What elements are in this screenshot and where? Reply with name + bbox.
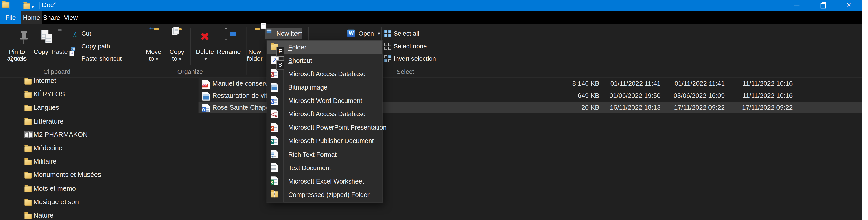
sidebar-item-label: Mots et memo xyxy=(33,182,76,195)
keytip-badge: F xyxy=(276,46,284,57)
menu-item[interactable]: Microsoft PowerPoint Presentation xyxy=(267,121,382,134)
organize-group-label: Organize xyxy=(162,69,218,76)
file-date-3: 17/11/2022 09:22 xyxy=(737,102,793,113)
menu-item-icon xyxy=(271,109,278,118)
window-folder-icon[interactable] xyxy=(2,2,9,8)
new-folder-button[interactable]: New folder xyxy=(244,25,266,76)
sidebar-item[interactable]: Internet xyxy=(0,78,195,87)
file-name-cell: Manuel de conserv xyxy=(198,78,268,90)
invert-selection-button[interactable]: Invert selection xyxy=(384,53,434,64)
sidebar-item[interactable]: Littérature xyxy=(0,114,195,128)
navigation-pane[interactable]: Internet KÉRYLOS Langues Littérature M2 … xyxy=(0,78,195,220)
sidebar-item-icon xyxy=(25,186,32,192)
copy-path-icon xyxy=(71,42,79,50)
file-type-icon xyxy=(203,92,210,101)
properties-button[interactable] xyxy=(330,27,340,40)
menu-item[interactable]: Microsoft Word Document xyxy=(267,94,382,107)
sidebar-item-icon xyxy=(25,79,32,84)
sidebar-item-icon xyxy=(25,213,32,219)
ribbon-tabs: FileHomeShareView xyxy=(0,11,862,24)
select-none-button[interactable]: Select none xyxy=(384,40,434,51)
file-date-2: 03/06/2022 16:09 xyxy=(669,90,725,102)
file-date-1: 01/06/2022 19:50 xyxy=(605,90,660,102)
sidebar-item-label: Monuments et Musées xyxy=(33,168,101,182)
new-item-dropdown-menu: F Folder S Shortcut Microsoft Access Dat… xyxy=(266,40,382,203)
qat-customize-chevron-icon[interactable]: ▾ xyxy=(32,5,34,9)
file-size: 649 KB xyxy=(549,90,599,102)
file-type-icon xyxy=(203,104,210,113)
menu-item[interactable]: Text Document xyxy=(267,161,382,175)
ribbon-tab[interactable]: View xyxy=(61,11,80,24)
open-button[interactable]: Open ▾ xyxy=(346,28,379,39)
cut-button[interactable]: Cut xyxy=(71,28,132,39)
explorer-window: ▾ Doc° ✕ FileHomeShareView ? Pin to Quic… xyxy=(0,0,862,220)
sidebar-item[interactable]: Mots et memo xyxy=(0,182,195,195)
menu-item-icon xyxy=(271,150,278,159)
sidebar-item[interactable]: Musique et son xyxy=(0,195,195,209)
move-to-button[interactable]: ← Move to xyxy=(142,25,165,76)
invert-selection-icon xyxy=(384,54,392,63)
file-name: Rose Sainte Chapel xyxy=(213,102,268,113)
copy-path-button[interactable]: Copy path xyxy=(71,40,132,51)
sidebar-item[interactable]: KÉRYLOS xyxy=(0,87,195,101)
rename-button[interactable]: Rename xyxy=(217,25,240,76)
menu-item[interactable]: Microsoft Access Database xyxy=(267,107,382,121)
select-all-icon xyxy=(384,30,392,37)
sidebar-item-label: KÉRYLOS xyxy=(33,87,65,101)
ribbon-tab[interactable]: File xyxy=(0,11,21,24)
menu-item-label: Microsoft PowerPoint Presentation xyxy=(288,121,386,134)
menu-item-icon xyxy=(271,69,278,78)
select-all-button[interactable]: Select all xyxy=(384,28,434,39)
ribbon-tab-row: FileHomeShareView ? xyxy=(0,11,862,24)
clipboard-group-label: Clipboard xyxy=(29,69,85,76)
close-button[interactable]: ✕ xyxy=(836,0,862,11)
menu-item-label: Shortcut xyxy=(288,54,312,67)
chevron-down-icon: ▾ xyxy=(297,28,299,39)
file-date-3: 11/11/2022 10:16 xyxy=(737,78,793,90)
new-item-icon xyxy=(266,29,274,37)
keytip-badge: S xyxy=(276,60,284,70)
menu-item[interactable]: Bitmap image xyxy=(267,81,382,94)
menu-item-label: Microsoft Access Database xyxy=(288,67,366,81)
close-icon: ✕ xyxy=(846,2,851,8)
ribbon-tab[interactable]: Home xyxy=(21,11,42,24)
sidebar-item[interactable]: Langues xyxy=(0,101,195,114)
sidebar-item-label: M2 PHARMAKON xyxy=(33,128,88,141)
menu-item-icon xyxy=(271,96,278,105)
sidebar-item[interactable]: Militaire xyxy=(0,155,195,168)
group-separator xyxy=(114,27,114,75)
minimize-icon xyxy=(794,5,799,6)
content-area: Internet KÉRYLOS Langues Littérature M2 … xyxy=(0,78,862,220)
sidebar-item[interactable]: Nature xyxy=(0,209,195,220)
paste-shortcut-button[interactable]: Paste shortcut xyxy=(71,53,132,64)
menu-item[interactable]: Microsoft Excel Worksheet xyxy=(267,175,382,188)
menu-item[interactable]: Rich Text Format xyxy=(267,148,382,161)
file-type-icon xyxy=(203,80,210,89)
pane-separator[interactable] xyxy=(197,78,197,220)
new-item-button[interactable]: New item ▾ xyxy=(265,28,302,39)
file-date-1: 01/11/2022 11:41 xyxy=(605,78,660,90)
menu-item[interactable]: Microsoft Publisher Document xyxy=(267,134,382,148)
word-app-icon xyxy=(347,30,355,37)
sidebar-item[interactable]: M2 PHARMAKON xyxy=(0,128,195,141)
minimize-button[interactable] xyxy=(784,0,810,11)
sidebar-item-icon xyxy=(25,132,33,138)
pin-to-quick-access-button[interactable]: Pin to Quick access xyxy=(2,25,32,76)
menu-item-label: Microsoft Word Document xyxy=(288,94,362,107)
sidebar-item[interactable]: Monuments et Musées xyxy=(0,168,195,182)
menu-item-icon xyxy=(271,176,278,185)
ribbon: Pin to Quick access Copy Paste Cut Copy … xyxy=(0,24,862,78)
window-title: Doc° xyxy=(42,0,56,11)
menu-item-label: Folder xyxy=(288,40,306,54)
sidebar-item-icon xyxy=(25,106,32,111)
sidebar-item-label: Littérature xyxy=(33,114,63,128)
ribbon-tab[interactable]: Share xyxy=(42,11,61,24)
menu-item-label: Text Document xyxy=(288,161,331,175)
sidebar-item[interactable]: Médecine xyxy=(0,141,195,155)
file-date-3: 11/11/2022 10:16 xyxy=(737,90,793,102)
menu-item[interactable]: F Folder xyxy=(267,40,382,54)
qat-new-folder-icon[interactable] xyxy=(23,3,30,9)
restore-button[interactable] xyxy=(810,0,836,11)
menu-item-icon xyxy=(271,163,278,172)
menu-item[interactable]: Compressed (zipped) Folder xyxy=(267,188,382,201)
